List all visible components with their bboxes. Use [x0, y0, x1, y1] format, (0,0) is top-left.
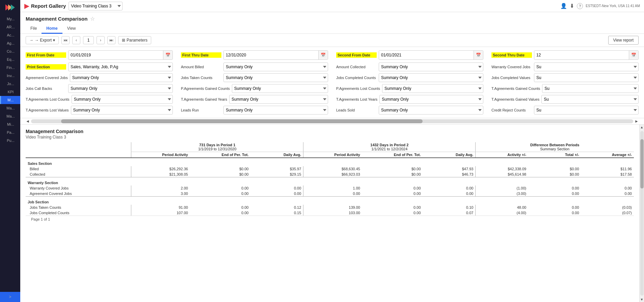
leads-sold-select[interactable]: Summary Only — [379, 106, 483, 115]
t-agreements-gained-values-select[interactable]: Su — [541, 95, 639, 104]
ept1-cell: $0.00 — [190, 166, 251, 172]
sidebar-expand-button[interactable]: > — [0, 292, 20, 302]
jobs-completed-values-row: Jobs Completed Values Su — [491, 73, 639, 82]
col-period-activity-1: Period Activity — [131, 152, 190, 158]
sidebar-item-ma1[interactable]: Ma... — [0, 104, 20, 112]
toolbar: → → Export ▾ ⏮ ‹ › ⏭ ⊞ Parameters View r… — [20, 34, 644, 47]
nav-first-button[interactable]: ⏮ — [61, 36, 70, 44]
sidebar-item-inv[interactable]: Inv... — [0, 72, 20, 80]
tab-view[interactable]: View — [62, 24, 81, 34]
warranty-covered-jobs-select[interactable]: Su — [534, 62, 639, 71]
jobs-call-backs-select[interactable]: Summary Only — [68, 84, 173, 93]
item-cell: Billed — [26, 166, 131, 172]
second-from-date-field[interactable] — [379, 51, 474, 59]
first-from-date-field[interactable] — [69, 51, 163, 59]
scroll-track[interactable] — [31, 119, 633, 123]
nav-prev-button[interactable]: ‹ — [72, 36, 80, 44]
jobs-taken-counts-select[interactable]: Summary Only — [223, 73, 328, 82]
credit-reject-counts-row: Credit Reject Counts Su — [491, 106, 639, 115]
sidebar: My... AR... Ac... Ag... Co... Eq... Fin.… — [0, 0, 20, 302]
amount-collected-select[interactable]: Summary Only — [379, 62, 483, 71]
first-from-date-row: First From Date 📅 — [26, 50, 173, 60]
top-bar-right: 👤 ⬇ ? EST5EDT-New York, USA 11:41 AM — [560, 3, 640, 9]
nav-next-button[interactable]: › — [97, 36, 105, 44]
sidebar-item-co[interactable]: Co... — [0, 47, 20, 55]
sidebar-item-mi[interactable]: Mi... — [0, 120, 20, 128]
second-from-date-input[interactable]: 📅 — [379, 50, 483, 60]
calendar-icon-4[interactable]: 📅 — [629, 51, 638, 59]
sidebar-item-eq[interactable]: Eq... — [0, 55, 20, 64]
tab-home[interactable]: Home — [42, 24, 62, 34]
leads-sold-label: Leads Sold — [336, 108, 377, 112]
nav-last-icon: ⏭ — [109, 38, 113, 43]
report-selector[interactable]: Video Training Class 3 — [69, 2, 123, 10]
sidebar-item-fin[interactable]: Fin... — [0, 64, 20, 72]
scroll-left-arrow[interactable]: ◄ — [26, 119, 30, 124]
col-daily-avg-1: Daily Avg. — [250, 152, 303, 158]
horizontal-scrollbar[interactable]: ◄ ► — [20, 118, 644, 125]
sidebar-item-pa[interactable]: Pa... — [0, 128, 20, 136]
t-agreements-gained-counts-select[interactable]: Su — [542, 84, 639, 93]
pa1-cell: 91.00 — [131, 205, 190, 210]
first-thru-date-input[interactable]: 📅 — [223, 50, 328, 60]
calendar-icon[interactable]: 📅 — [163, 51, 172, 59]
act-cell: $42,338.09 — [476, 166, 528, 172]
calendar-icon-2[interactable]: 📅 — [318, 51, 328, 59]
first-from-date-input[interactable]: 📅 — [68, 50, 173, 60]
sidebar-item-ac[interactable]: Ac... — [0, 31, 20, 39]
scroll-up-arrow[interactable]: ▲ — [640, 125, 644, 130]
help-icon[interactable]: ? — [577, 3, 583, 9]
calendar-icon-3[interactable]: 📅 — [474, 51, 483, 59]
second-thru-date-input[interactable]: 📅 — [534, 50, 639, 60]
sidebar-item-jo[interactable]: Jo... — [0, 80, 20, 88]
credit-reject-counts-select[interactable]: Su — [534, 106, 639, 115]
parameters-button[interactable]: ⊞ Parameters — [118, 36, 151, 44]
t-agreements-lost-years-row: T.Agreements Lost Years Summary Only — [336, 95, 483, 104]
pa2-cell: $66,923.03 — [303, 172, 362, 177]
favorite-star-icon[interactable]: ☆ — [90, 16, 95, 22]
t-agreements-lost-years-select[interactable]: Summary Only — [379, 95, 483, 104]
sidebar-item-kpi[interactable]: KPI — [0, 88, 20, 96]
col-activity-plus-minus: Activity +/- — [476, 152, 528, 158]
t-agreements-lost-values-select[interactable]: Summary Only — [71, 106, 173, 115]
agreement-covered-jobs-select[interactable]: Summary Only — [70, 73, 173, 82]
jobs-completed-values-label: Jobs Completed Values — [491, 76, 532, 80]
sidebar-item-pu[interactable]: Pu... — [0, 136, 20, 145]
table-row: Warranty Covered Jobs 2.00 0.00 0.00 1.0… — [26, 185, 634, 191]
tab-file[interactable]: File — [26, 24, 42, 34]
leads-run-select[interactable]: Summary Only — [223, 106, 328, 115]
da2-cell: 0.00 — [423, 191, 476, 197]
amount-billed-select[interactable]: Summary Only — [223, 62, 328, 71]
page-title-row: Management Comparison ☆ — [26, 16, 639, 22]
scroll-down-arrow[interactable]: ▼ — [640, 297, 644, 302]
vertical-scrollbar[interactable]: ▲ ▼ — [639, 125, 644, 302]
p-agreements-lost-select[interactable]: Summary Only — [382, 84, 483, 93]
col-item — [26, 142, 131, 158]
col-end-per-tot-2: End of Per. Tot. — [362, 152, 423, 158]
download-icon[interactable]: ⬇ — [570, 3, 574, 9]
export-button[interactable]: → → Export ▾ — [26, 36, 59, 44]
first-thru-date-field[interactable] — [224, 51, 318, 59]
page-number-input[interactable] — [83, 36, 94, 44]
user-icon[interactable]: 👤 — [560, 3, 567, 9]
right-scroll-track[interactable] — [640, 131, 644, 296]
t-agreements-gained-counts-row: T.Agreements Gained Counts Su — [491, 84, 639, 93]
sidebar-item-m[interactable]: M... — [0, 96, 20, 104]
t-agreements-lost-counts-select[interactable]: Summary Only — [72, 95, 173, 104]
second-thru-date-field[interactable] — [534, 51, 629, 59]
jobs-completed-counts-select[interactable]: Summary Only — [379, 73, 483, 82]
period2-header: 1432 Days in Period 2 1/1/2021 to 12/2/2… — [303, 142, 476, 152]
sidebar-item-my[interactable]: My... — [0, 15, 20, 23]
sidebar-item-ag[interactable]: Ag... — [0, 39, 20, 47]
nav-last-button[interactable]: ⏭ — [107, 36, 115, 44]
p-agreements-gained-select[interactable]: Summary Only — [232, 84, 328, 93]
t-agreements-lost-years-label: T.Agreements Lost Years — [336, 97, 377, 101]
t-agreements-gained-years-select[interactable]: Summary Only — [229, 95, 328, 104]
item-cell: Warranty Covered Jobs — [26, 185, 131, 191]
sidebar-item-ar[interactable]: AR... — [0, 23, 20, 31]
sidebar-item-ma2[interactable]: Ma... — [0, 112, 20, 120]
scroll-right-arrow[interactable]: ► — [635, 119, 639, 124]
view-report-button[interactable]: View report — [608, 36, 639, 45]
jobs-completed-values-select[interactable]: Su — [534, 73, 639, 82]
print-section-select[interactable]: Sales, Warranty, Job, P.Ag — [68, 62, 173, 71]
